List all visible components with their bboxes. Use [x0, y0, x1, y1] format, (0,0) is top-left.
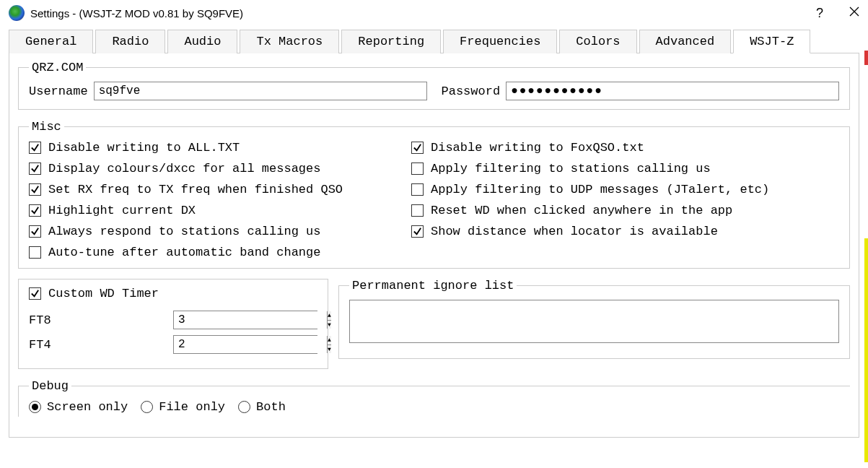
misc-label-1: Disable writing to FoxQSO.txt [431, 141, 644, 155]
tab-radio[interactable]: Radio [95, 30, 165, 53]
tab-colors[interactable]: Colors [559, 30, 636, 53]
username-input[interactable] [94, 82, 427, 100]
tabstrip: GeneralRadioAudioTx MacrosReportingFrequ… [9, 29, 859, 53]
custom-wd-timer-group: Custom WD Timer FT8 ▲ ▼ FT4 [18, 279, 328, 369]
misc-label-3: Apply filtering to stations calling us [431, 162, 711, 176]
qrz-legend: QRZ.COM [29, 61, 86, 74]
ft8-spinner[interactable]: ▲ ▼ [173, 311, 317, 329]
misc-label-2: Display colours/dxcc for all messages [48, 162, 320, 176]
tab-frequencies[interactable]: Frequencies [443, 30, 557, 53]
radio-icon [141, 401, 153, 413]
tab-wsjt-z[interactable]: WSJT-Z [733, 30, 810, 53]
debug-radio-both[interactable]: Both [238, 400, 286, 414]
misc-label-0: Disable writing to ALL.TXT [48, 141, 240, 155]
debug-radio-file-only[interactable]: File only [141, 400, 225, 414]
custom-wd-timer-label: Custom WD Timer [48, 287, 159, 300]
tab-general[interactable]: General [9, 30, 93, 53]
debug-radio-screen-only[interactable]: Screen only [29, 400, 128, 414]
radio-label: File only [159, 400, 225, 414]
ignore-list-legend: Perrmanent ignore list [349, 279, 517, 292]
misc-checkbox-1[interactable] [411, 142, 424, 154]
misc-item-1: Disable writing to FoxQSO.txt [411, 141, 839, 155]
ignore-list-textarea[interactable] [349, 300, 839, 343]
misc-label-10: Auto-tune after automatic band change [48, 246, 320, 259]
ft4-value[interactable] [174, 336, 327, 353]
misc-label-4: Set RX freq to TX freq when finished QSO [48, 183, 343, 196]
password-input[interactable] [506, 82, 839, 100]
misc-checkbox-5[interactable] [411, 183, 424, 196]
ft8-spin-down-icon[interactable]: ▼ [328, 321, 331, 329]
misc-label-9: Show distance when locator is available [431, 225, 718, 238]
tab-tx-macros[interactable]: Tx Macros [240, 30, 339, 53]
help-icon[interactable]: ? [816, 6, 823, 21]
misc-item-4: Set RX freq to TX freq when finished QSO [29, 183, 404, 196]
app-icon [9, 5, 25, 21]
debug-group: Debug Screen onlyFile onlyBoth [18, 379, 850, 417]
radio-label: Both [256, 400, 286, 414]
misc-legend: Misc [29, 120, 64, 134]
misc-checkbox-6[interactable] [29, 204, 41, 217]
radio-icon [29, 401, 41, 413]
username-label: Username [29, 84, 88, 98]
custom-wd-timer-checkbox[interactable] [29, 287, 41, 300]
tab-panel-wsjt-z: QRZ.COM Username Password Misc Disable w… [9, 53, 859, 438]
scrollbar-highlight [864, 238, 868, 462]
ft4-spin-up-icon[interactable]: ▲ [328, 336, 331, 345]
misc-checkbox-0[interactable] [29, 142, 41, 154]
misc-checkbox-10[interactable] [29, 246, 41, 259]
misc-label-5: Apply filtering to UDP messages (JTalert… [431, 183, 769, 196]
misc-item-5: Apply filtering to UDP messages (JTalert… [411, 183, 839, 196]
misc-item-0: Disable writing to ALL.TXT [29, 141, 404, 155]
misc-item-9: Show distance when locator is available [411, 225, 839, 238]
ft4-label: FT4 [29, 338, 173, 352]
misc-checkbox-8[interactable] [29, 225, 41, 238]
misc-checkbox-9[interactable] [411, 225, 424, 238]
misc-item-2: Display colours/dxcc for all messages [29, 162, 404, 176]
ft8-spin-up-icon[interactable]: ▲ [328, 311, 331, 321]
tab-reporting[interactable]: Reporting [341, 30, 441, 53]
misc-group: Misc Disable writing to ALL.TXTDisable w… [18, 120, 850, 269]
misc-label-6: Highlight current DX [48, 204, 196, 217]
misc-item-3: Apply filtering to stations calling us [411, 162, 839, 176]
titlebar: Settings - (WSJT-Z MOD v0.81 by SQ9FVE) … [0, 0, 868, 26]
ft8-value[interactable] [174, 311, 327, 329]
radio-label: Screen only [47, 400, 128, 414]
misc-item-8: Always respond to stations calling us [29, 225, 404, 238]
misc-item-6: Highlight current DX [29, 204, 404, 217]
ignore-list-group: Perrmanent ignore list [338, 279, 850, 359]
misc-label-7: Reset WD when clicked anywhere in the ap… [431, 204, 732, 217]
scrollbar-mark [864, 51, 868, 65]
misc-item-7: Reset WD when clicked anywhere in the ap… [411, 204, 839, 217]
radio-icon [238, 401, 250, 413]
tab-advanced[interactable]: Advanced [639, 30, 732, 53]
ft4-spinner[interactable]: ▲ ▼ [173, 335, 317, 354]
misc-checkbox-2[interactable] [29, 162, 41, 175]
misc-checkbox-3[interactable] [411, 162, 424, 175]
misc-checkbox-7[interactable] [411, 204, 424, 217]
tab-audio[interactable]: Audio [167, 30, 237, 53]
close-icon[interactable] [849, 6, 859, 20]
qrz-group: QRZ.COM Username Password [18, 61, 850, 110]
window-title: Settings - (WSJT-Z MOD v0.81 by SQ9FVE) [30, 7, 816, 20]
ft8-label: FT8 [29, 313, 173, 327]
misc-item-10: Auto-tune after automatic band change [29, 246, 404, 259]
ft4-spin-down-icon[interactable]: ▼ [328, 345, 331, 354]
debug-legend: Debug [29, 379, 71, 393]
password-label: Password [442, 84, 501, 98]
misc-checkbox-4[interactable] [29, 183, 41, 196]
misc-label-8: Always respond to stations calling us [48, 225, 320, 238]
